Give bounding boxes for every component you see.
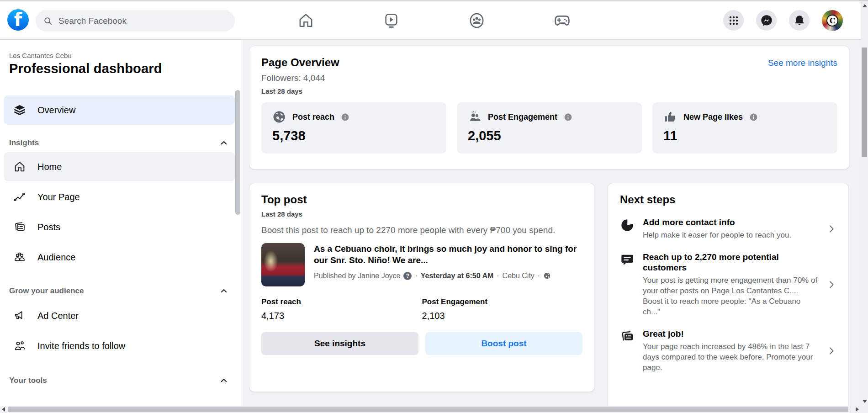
next-step-contact-info[interactable]: Add more contact info Help make it easer… <box>620 217 836 241</box>
scroll-up-arrow[interactable] <box>863 4 867 7</box>
sidebar-item-overview[interactable]: Overview <box>4 95 235 125</box>
sidebar-item-home[interactable]: Home <box>4 152 235 181</box>
sidebar-item-invite-friends[interactable]: Invite friends to follow <box>4 331 235 360</box>
chevron-up-icon <box>220 376 228 385</box>
account-avatar[interactable]: C <box>822 10 843 31</box>
nav-tabs <box>296 1 572 40</box>
next-step-title: Great job! <box>643 328 819 339</box>
scroll-left-arrow[interactable] <box>2 407 5 412</box>
home-icon <box>297 12 315 29</box>
sidebar-item-label: Your Page <box>37 192 80 202</box>
messenger-icon <box>760 14 773 27</box>
meta-dot: · <box>415 272 417 280</box>
gaming-tab[interactable] <box>552 11 572 31</box>
next-step-desc: Your post is getting more engagement tha… <box>643 275 819 318</box>
chevron-up-icon <box>220 287 228 295</box>
tp-stat-value: 2,103 <box>422 311 583 321</box>
sidebar-item-label: Audience <box>37 252 75 263</box>
sidebar-scrollbar[interactable] <box>235 90 240 215</box>
sidebar: Los Cantantes Cebu Professional dashboar… <box>0 40 242 406</box>
stat-value: 11 <box>663 128 826 143</box>
tp-stat-value: 4,173 <box>261 311 422 321</box>
stat-value: 2,055 <box>468 128 631 143</box>
next-steps-card: Next steps Add more contact info Help ma… <box>608 183 849 406</box>
search-input[interactable]: Search Facebook <box>36 10 235 32</box>
page-overview-card: Page Overview See more insights Follower… <box>249 46 850 169</box>
thumbs-up-icon <box>663 110 677 124</box>
see-more-insights-link[interactable]: See more insights <box>768 58 837 68</box>
home-tab[interactable] <box>296 11 316 31</box>
menu-button[interactable] <box>723 10 744 31</box>
post-title-text[interactable]: As a Cebuano choir, it brings so much jo… <box>314 243 582 266</box>
meta-dot: · <box>538 272 540 280</box>
next-step-title: Reach up to 2,270 more potential custome… <box>643 252 819 274</box>
next-step-great-job[interactable]: Great job! Your page reach increased by … <box>620 328 836 373</box>
post-reach-stat-card[interactable]: Post reach 5,738 <box>261 102 446 154</box>
boost-post-button[interactable]: Boost post <box>425 332 582 355</box>
grid-menu-icon <box>728 15 739 26</box>
layers-icon <box>13 104 26 116</box>
pie-chart-icon <box>620 217 635 241</box>
tp-stat-label: Post reach <box>261 297 422 307</box>
page-overview-title: Page Overview <box>261 56 339 69</box>
avatar-monogram: C <box>826 15 838 26</box>
watch-tab[interactable] <box>381 11 402 31</box>
section-label: Grow your audience <box>9 286 84 296</box>
vertical-scrollbar[interactable] <box>861 1 868 406</box>
horizontal-scroll-thumb[interactable] <box>8 407 848 412</box>
notifications-button[interactable] <box>789 10 810 31</box>
chevron-right-icon[interactable] <box>826 217 836 241</box>
chevron-right-icon[interactable] <box>826 328 836 373</box>
info-icon[interactable] <box>564 113 572 122</box>
horizontal-scrollbar[interactable] <box>0 406 861 413</box>
scroll-right-arrow[interactable] <box>856 407 859 412</box>
groups-tab[interactable] <box>467 11 487 31</box>
sidebar-section-your-tools[interactable]: Your tools <box>4 376 238 385</box>
messenger-button[interactable] <box>756 10 777 31</box>
sidebar-item-label: Ad Center <box>37 311 79 321</box>
facebook-logo[interactable]: f <box>7 9 29 31</box>
stat-label: Post Engagement <box>488 112 557 122</box>
overview-period: Last 28 days <box>261 87 837 95</box>
privacy-globe-icon <box>543 272 551 280</box>
info-icon[interactable] <box>341 113 349 122</box>
meta-dot: · <box>497 272 499 280</box>
question-badge-icon[interactable]: ? <box>403 272 412 280</box>
scroll-down-arrow[interactable] <box>863 400 867 403</box>
nav-actions: C <box>723 10 843 31</box>
next-step-reach-customers[interactable]: Reach up to 2,270 more potential custome… <box>620 252 836 318</box>
trend-line-icon <box>13 191 26 203</box>
top-post-title: Top post <box>261 193 582 206</box>
search-icon <box>43 16 53 26</box>
sidebar-item-your-page[interactable]: Your Page <box>4 182 235 212</box>
published-by: Published by Janine Joyce <box>314 272 400 280</box>
top-nav: f Search Facebook <box>0 1 868 40</box>
info-icon[interactable] <box>749 113 758 122</box>
gaming-icon <box>553 11 572 30</box>
top-post-period: Last 28 days <box>261 210 582 218</box>
chevron-right-icon[interactable] <box>826 252 836 318</box>
next-step-desc: Your page reach increased by 486% in the… <box>643 342 819 373</box>
post-thumbnail[interactable] <box>261 243 305 286</box>
chevron-up-icon <box>220 139 228 147</box>
home-outline-icon <box>13 160 26 173</box>
posts-filled-icon <box>620 328 635 373</box>
post-location: Cebu City <box>503 272 535 280</box>
top-post-card: Top post Last 28 days Boost this post to… <box>249 183 595 392</box>
sidebar-item-ad-center[interactable]: Ad Center <box>4 301 235 330</box>
post-engagement-stat-card[interactable]: Post Engagement 2,055 <box>457 102 642 154</box>
vertical-scroll-thumb[interactable] <box>862 48 867 157</box>
main-content: Page Overview See more insights Follower… <box>243 40 861 406</box>
invite-friends-icon <box>13 339 26 352</box>
next-steps-title: Next steps <box>620 193 836 206</box>
sidebar-section-grow[interactable]: Grow your audience <box>4 286 238 296</box>
see-insights-button[interactable]: See insights <box>261 332 418 355</box>
sidebar-section-insights[interactable]: Insights <box>4 138 238 148</box>
groups-icon <box>468 11 486 30</box>
scrollbar-corner <box>861 406 868 413</box>
sidebar-item-audience[interactable]: Audience <box>4 243 235 272</box>
window-top-edge <box>0 0 868 1</box>
new-page-likes-stat-card[interactable]: New Page likes 11 <box>652 102 837 154</box>
sidebar-item-posts[interactable]: Posts <box>4 212 235 242</box>
boost-hint: Boost this post to reach up to 2270 more… <box>261 224 581 236</box>
